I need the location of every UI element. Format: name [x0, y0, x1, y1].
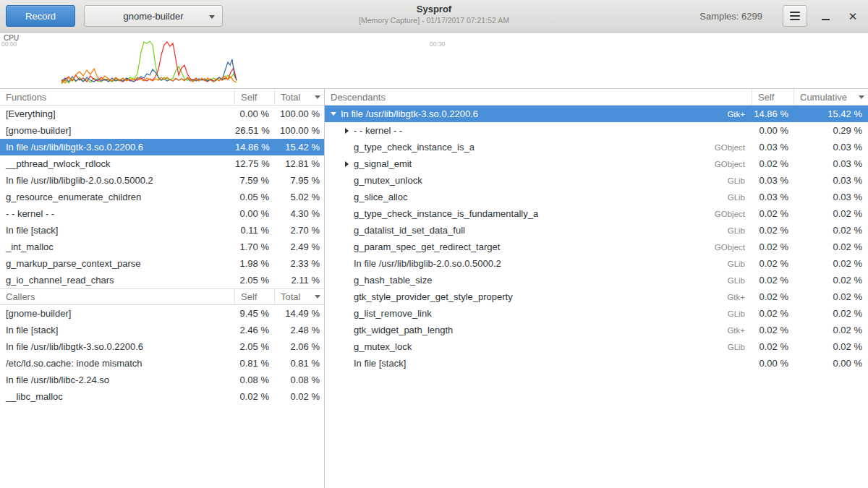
functions-column-header[interactable]: Functions	[0, 89, 235, 105]
self-value: 0.02 %	[235, 391, 275, 402]
callers-self-column-header[interactable]: Self	[235, 289, 275, 304]
table-row[interactable]: [gnome-builder]9.45 %14.49 %	[0, 305, 324, 322]
category-label: GLib	[728, 276, 752, 285]
expander-spacer	[344, 177, 350, 184]
table-row[interactable]: g_slice_allocGLib0.03 %0.03 %	[325, 189, 868, 205]
callers-total-column-label: Total	[281, 291, 300, 302]
table-row[interactable]: In file /usr/lib/libgtk-3.so.0.2200.62.0…	[0, 338, 324, 355]
total-value: 100.00 %	[275, 125, 324, 136]
self-value: 0.00 %	[752, 358, 794, 369]
menu-button[interactable]	[783, 5, 807, 27]
function-name: gtk_widget_path_length	[354, 325, 453, 335]
total-value: 0.81 %	[275, 358, 324, 369]
function-cell: gtk_widget_path_lengthGtk+	[325, 325, 752, 335]
category-label: Gtk+	[727, 110, 752, 119]
table-row[interactable]: g_list_remove_linkGLib0.02 %0.02 %	[325, 305, 868, 322]
table-row[interactable]: g_hash_table_sizeGLib0.02 %0.02 %	[325, 272, 868, 288]
function-name: In file [stack]	[0, 325, 235, 335]
self-column-header[interactable]: Self	[235, 89, 275, 105]
self-column-label: Self	[241, 92, 257, 103]
table-row[interactable]: g_datalist_id_set_data_fullGLib0.02 %0.0…	[325, 222, 868, 239]
table-row[interactable]: __pthread_rwlock_rdlock12.75 %12.81 %	[0, 155, 324, 172]
process-selector-dropdown[interactable]: gnome-builder	[84, 5, 223, 27]
descendants-self-column-header[interactable]: Self	[752, 89, 794, 105]
function-cell: g_list_remove_linkGLib	[325, 308, 752, 319]
category-label: Gtk+	[727, 293, 752, 301]
table-row[interactable]: In file [stack]2.46 %2.48 %	[0, 322, 324, 338]
cumulative-column-header[interactable]: Cumulative	[794, 89, 868, 105]
self-value: 0.02 %	[752, 225, 794, 236]
self-value: 0.03 %	[752, 175, 794, 186]
self-value: 0.08 %	[235, 374, 275, 385]
table-row[interactable]: __libc_malloc0.02 %0.02 %	[0, 388, 324, 405]
table-row[interactable]: g_type_check_instance_is_aGObject0.03 %0…	[325, 139, 868, 155]
self-value: 14.86 %	[235, 142, 275, 153]
table-row[interactable]: In file /usr/lib/libgtk-3.so.0.2200.6Gtk…	[325, 106, 868, 122]
table-row[interactable]: In file [stack]0.00 %0.00 %	[325, 355, 868, 372]
descendants-table-header: Descendants Self Cumulative	[325, 89, 868, 106]
descendants-column-header[interactable]: Descendants	[325, 89, 752, 105]
function-name: In file /usr/lib/libgtk-3.so.0.2200.6	[0, 142, 235, 153]
table-row[interactable]: gtk_style_provider_get_style_propertyGtk…	[325, 288, 868, 305]
table-row[interactable]: _int_malloc1.70 %2.49 %	[0, 239, 324, 255]
self-value: 0.02 %	[752, 291, 794, 302]
self-value: 26.51 %	[235, 125, 275, 136]
table-row[interactable]: g_markup_parse_context_parse1.98 %2.33 %	[0, 255, 324, 272]
table-row[interactable]: In file /usr/lib/libglib-2.0.so.0.5000.2…	[325, 255, 868, 272]
expander-closed-icon[interactable]	[345, 161, 349, 167]
table-row[interactable]: g_io_channel_read_chars2.05 %2.11 %	[0, 272, 324, 288]
cumulative-value: 0.02 %	[794, 291, 868, 302]
self-value: 0.81 %	[235, 358, 275, 369]
table-row[interactable]: gtk_widget_path_lengthGtk+0.02 %0.02 %	[325, 322, 868, 338]
table-row[interactable]: In file /usr/lib/libc-2.24.so0.08 %0.08 …	[0, 372, 324, 388]
record-button[interactable]: Record	[6, 5, 75, 27]
table-row[interactable]: In file [stack]0.11 %2.70 %	[0, 222, 324, 239]
total-column-header[interactable]: Total	[275, 89, 324, 105]
total-value: 2.06 %	[275, 341, 324, 352]
cpu-timeline-graph[interactable]: CPU 00:00 00:30	[0, 33, 868, 89]
expander-open-icon[interactable]	[331, 112, 336, 116]
cumulative-value: 15.42 %	[794, 108, 868, 119]
category-label: GLib	[728, 343, 752, 351]
table-row[interactable]: g_mutex_lockGLib0.02 %0.02 %	[325, 338, 868, 355]
function-name: g_signal_emit	[354, 158, 412, 169]
callers-column-header[interactable]: Callers	[0, 289, 235, 304]
cpu-blue-line	[61, 59, 237, 82]
table-row[interactable]: g_signal_emitGObject0.02 %0.03 %	[325, 155, 868, 172]
function-name: [gnome-builder]	[0, 308, 235, 319]
close-button[interactable]: ✕	[843, 7, 862, 25]
total-value: 2.33 %	[275, 258, 324, 269]
function-name: In file [stack]	[354, 358, 406, 369]
self-value: 2.05 %	[235, 275, 275, 286]
self-value: 0.02 %	[752, 275, 794, 286]
table-row[interactable]: [gnome-builder]26.51 %100.00 %	[0, 122, 324, 139]
callers-total-column-header[interactable]: Total	[275, 289, 324, 304]
table-row[interactable]: g_mutex_unlockGLib0.03 %0.03 %	[325, 172, 868, 189]
minimize-button[interactable]	[816, 7, 835, 25]
function-name: g_list_remove_link	[354, 308, 432, 319]
function-cell: g_hash_table_sizeGLib	[325, 275, 752, 286]
total-value: 5.02 %	[275, 192, 324, 202]
table-row[interactable]: g_param_spec_get_redirect_targetGObject0…	[325, 239, 868, 255]
expander-spacer	[344, 294, 350, 300]
cumulative-value: 0.02 %	[794, 308, 868, 319]
function-name: __libc_malloc	[0, 391, 235, 402]
table-row[interactable]: /etc/ld.so.cache: inode mismatch0.81 %0.…	[0, 355, 324, 372]
expander-closed-icon[interactable]	[345, 128, 349, 134]
table-row[interactable]: - - kernel - -0.00 %0.29 %	[325, 122, 868, 139]
self-value: 2.46 %	[235, 325, 275, 335]
self-value: 12.75 %	[235, 158, 275, 169]
self-value: 0.02 %	[752, 158, 794, 169]
table-row[interactable]: g_type_check_instance_is_fundamentally_a…	[325, 205, 868, 222]
cumulative-value: 0.29 %	[794, 125, 868, 136]
table-row[interactable]: [Everything]0.00 %100.00 %	[0, 106, 324, 122]
total-value: 2.11 %	[275, 275, 324, 286]
table-row[interactable]: In file /usr/lib/libgtk-3.so.0.2200.614.…	[0, 139, 324, 155]
table-row[interactable]: g_resource_enumerate_children0.05 %5.02 …	[0, 189, 324, 205]
table-row[interactable]: - - kernel - -0.00 %4.30 %	[0, 205, 324, 222]
function-name: In file [stack]	[0, 225, 235, 236]
cpu-red-line	[61, 42, 237, 82]
function-cell: g_signal_emitGObject	[325, 158, 752, 169]
table-row[interactable]: In file /usr/lib/libglib-2.0.so.0.5000.2…	[0, 172, 324, 189]
category-label: Gtk+	[727, 326, 752, 335]
